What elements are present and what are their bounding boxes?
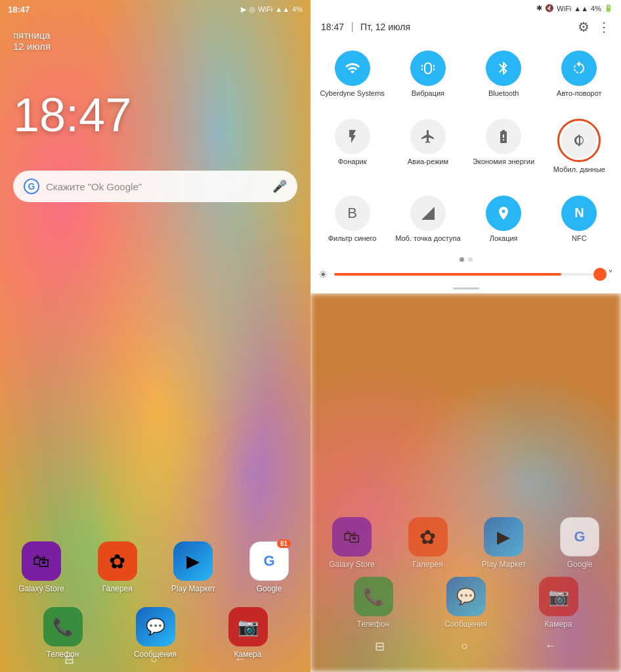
toggle-location[interactable]: Локация [467,190,540,248]
wifi-toggle-icon [335,51,370,86]
toggle-nfc[interactable]: N NFC [543,190,616,248]
notification-icon: ◎ [249,5,255,14]
search-placeholder-left: Скажите "Ok Google" [46,181,272,192]
toggle-bluetooth[interactable]: Bluetooth [467,45,540,103]
toggle-hotspot[interactable]: Моб. точка доступа [391,190,464,248]
google-search-bar[interactable]: G Скажите "Ok Google" 🎤 [13,171,297,202]
messages-label: Сообщения [134,650,177,659]
app-gallery-right[interactable]: ✿ Галерея [393,517,463,569]
app-phone[interactable]: 📞 Телефон [20,607,106,659]
toggle-grid-row1: Cyberdyne Systems Вибрация Bluetooth [310,40,621,108]
brightness-expand-icon[interactable]: ˅ [608,268,613,281]
status-time-left: 18:47 [8,5,30,14]
google-badge: 61 [277,539,291,548]
galaxy-store-icon: 🛍 [22,541,61,581]
app-gallery[interactable]: ✿ Галерея [83,541,152,593]
more-options-icon[interactable]: ⋮ [597,19,610,35]
flashlight-toggle-label: Фонарик [338,157,367,166]
play-market-label: Play Маркет [171,584,215,593]
date-line2: 12 июля [13,41,131,52]
nav-back-right[interactable]: ← [545,639,557,654]
status-icons-left: ▶ ◎ WiFi ▲▲ 4% [241,5,303,14]
airplane-toggle-icon [410,119,446,154]
bluetooth-toggle-icon [486,51,521,86]
toggle-grid-row2: Фонарик Авиа-режим Экономия энергии [310,108,621,184]
settings-icon[interactable]: ⚙ [578,19,589,35]
nfc-toggle-icon: N [561,196,597,231]
toggle-vibration[interactable]: Вибрация [391,45,464,103]
camera-label: Камера [234,650,262,659]
toggle-grid-row3: B Фильтр синего Моб. точка доступа Локац… [310,185,621,253]
right-home-content: 🛍 Galaxy Store ✿ Галерея ▶ Play Маркет G… [310,293,621,672]
nav-home-right[interactable]: ○ [461,639,469,654]
app-messages-right[interactable]: 💬 Сообщения [423,577,509,629]
google-logo: G [24,178,39,194]
phone-icon-right: 📞 [354,577,393,616]
brightness-low-icon: ☀ [318,268,328,281]
dot-2 [468,257,473,262]
app-galaxy-store-right[interactable]: 🛍 Galaxy Store [317,517,387,569]
app-play-market-right[interactable]: ▶ Play Маркет [469,517,539,569]
qs-header-icons: ⚙ ⋮ [578,19,610,35]
camera-icon: 📷 [228,607,268,646]
app-google[interactable]: G 61 Google [234,541,304,593]
app-camera-right[interactable]: 📷 Камера [515,577,601,629]
app-play-market[interactable]: ▶ Play Маркет [159,541,228,593]
app-galaxy-store[interactable]: 🛍 Galaxy Store [7,541,76,593]
battery-saver-toggle-icon [486,119,521,154]
blue-filter-toggle-icon: B [335,196,370,231]
brightness-thumb [593,268,607,281]
toggle-blue-filter[interactable]: B Фильтр синего [316,190,389,248]
toggle-airplane[interactable]: Авиа-режим [391,114,464,179]
airplane-toggle-label: Авиа-режим [408,157,448,166]
hotspot-toggle-label: Моб. точка доступа [395,234,460,243]
microphone-icon[interactable]: 🎤 [272,179,287,194]
nav-bar-right: ⊟ ○ ← [310,634,621,659]
play-market-icon: ▶ [173,541,213,581]
hotspot-toggle-icon [410,196,446,231]
right-panel: ✱ 🔇 WiFi ▲▲ 4% 🔋 18:47 | Пт, 12 июля ⚙ ⋮ [310,0,621,672]
phone-icon: 📞 [43,607,83,646]
toggle-battery-saver[interactable]: Экономия энергии [467,114,540,179]
clock-left: 18:47 [13,91,131,138]
messages-icon: 💬 [136,607,175,646]
signal-icon: ▲▲ [275,5,289,13]
app-grid-right: 🛍 Galaxy Store ✿ Галерея ▶ Play Маркет G… [310,517,621,569]
datetime-left: пятница 12 июля 18:47 [13,30,131,138]
app-google-right[interactable]: G Google [545,517,614,569]
toggle-mobile-data[interactable]: Мобил. данные [543,114,616,179]
google-label-right: Google [567,560,593,569]
brightness-fill [334,273,561,276]
toggle-wifi[interactable]: Cyberdyne Systems [316,45,389,103]
toggle-autorotate[interactable]: Авто-поворот [543,45,616,103]
galaxy-store-label: Galaxy Store [18,584,64,593]
app-phone-right[interactable]: 📞 Телефон [330,577,416,629]
messages-icon-right: 💬 [446,577,486,616]
gallery-label: Галерея [102,584,133,593]
toggle-flashlight[interactable]: Фонарик [316,114,389,179]
qs-header: 18:47 | Пт, 12 июля ⚙ ⋮ [310,16,621,40]
brightness-slider[interactable] [334,273,601,276]
google-icon-right: G [560,517,599,556]
quick-settings-panel: ✱ 🔇 WiFi ▲▲ 4% 🔋 18:47 | Пт, 12 июля ⚙ ⋮ [310,0,621,293]
brightness-row: ☀ ˅ [310,266,621,284]
location-toggle-icon [486,196,521,231]
qs-time-date: 18:47 | Пт, 12 июля [321,21,410,33]
wifi-status-icon: WiFi [557,5,571,12]
wifi-icon: WiFi [258,5,272,13]
qs-time: 18:47 [321,22,344,32]
mobile-data-highlight-ring [557,119,601,162]
bottom-dock-left: 📞 Телефон 💬 Сообщения 📷 Камера [0,607,310,659]
date-line1: пятница [13,30,131,41]
app-grid-left: 🛍 Galaxy Store ✿ Галерея ▶ Play Маркет G… [0,541,310,593]
drag-line [453,287,479,289]
battery-left: 4% [292,5,303,13]
status-bar-right: ✱ 🔇 WiFi ▲▲ 4% 🔋 [310,0,621,16]
app-messages[interactable]: 💬 Сообщения [112,607,198,659]
app-camera[interactable]: 📷 Камера [205,607,291,659]
flashlight-toggle-icon [335,119,370,154]
drag-handle [310,284,621,293]
nav-recent-right[interactable]: ⊟ [375,639,385,654]
location-toggle-label: Локация [490,234,518,243]
autorotate-toggle-label: Авто-поворот [557,89,602,98]
